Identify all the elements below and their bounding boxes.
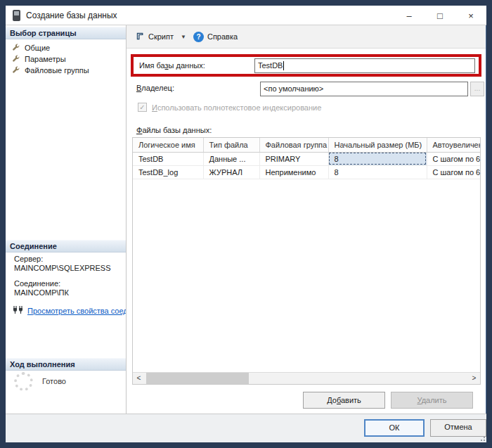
close-button[interactable]: × [455,6,486,25]
col-file-type: Тип файла [203,138,259,152]
files-label: Файлы базы данных: [136,126,212,134]
remove-button: Удалить [391,392,473,409]
scroll-left-icon[interactable]: < [133,373,145,384]
script-icon [136,32,145,42]
toolbar: Скрипт ▼ ? Справка [127,25,486,49]
owner-label: Владелец: [136,84,174,92]
help-button-label: Справка [207,32,238,41]
content-area: Имя базы данных: TestDB Владелец: <по ум… [127,49,486,413]
owner-browse-button[interactable]: ... [470,82,484,96]
horizontal-scrollbar[interactable]: < > [133,372,480,384]
db-name-highlight-box: Имя базы данных: TestDB [131,54,481,77]
cell-logical-name[interactable]: TestDB [133,152,203,165]
db-name-input[interactable]: TestDB [254,58,475,73]
sidebar-item-label: Общие [25,44,50,52]
cell-initial-size-selected[interactable]: 8 [328,152,427,165]
sidebar-item-general[interactable]: Общие [6,42,126,53]
sidebar-item-filegroups[interactable]: Файловые группы [6,65,126,76]
window-title: Создание базы данных [26,11,117,20]
fulltext-checkbox: ✓ [138,103,147,112]
cell-filegroup[interactable]: Неприменимо [259,165,328,179]
connection-plug-icon [13,305,24,316]
owner-input[interactable]: <по умолчанию> [260,82,468,96]
cell-file-type[interactable]: Данные ... [203,152,259,165]
col-autogrowth: Автоувеличен [427,138,481,152]
connection-value: MAINCOMP\ПК [14,288,69,297]
progress-section: Ход выполнения [6,358,126,371]
server-value: MAINCOMP\SQLEXPRESS [14,264,111,272]
resize-grip[interactable] [478,434,485,441]
cell-autogrowth[interactable]: С шагом по 6 [427,165,481,179]
files-grid: Логическое имя Тип файла Файловая группа… [132,137,481,385]
table-row: TestDB_log ЖУРНАЛ Неприменимо 8 С шагом … [133,165,481,179]
progress-spinner-icon [14,372,33,391]
wrench-icon [12,44,20,52]
grid-header-row: Логическое имя Тип файла Файловая группа… [133,138,481,152]
text-cursor [283,61,284,70]
table-row: TestDB Данные ... PRIMARY 8 С шагом по 6 [133,152,481,165]
wrench-icon [12,55,20,63]
script-button-label: Скрипт [148,32,174,41]
maximize-button[interactable]: □ [425,6,455,25]
fulltext-label: Использовать полнотекстовое индексирован… [152,103,321,112]
cell-autogrowth[interactable]: С шагом по 6 [427,152,481,165]
help-button[interactable]: ? Справка [190,28,240,45]
view-connection-properties-link[interactable]: Просмотреть свойства соед [27,307,127,315]
minimize-button[interactable]: – [394,6,425,25]
script-button[interactable]: Скрипт [133,28,176,45]
ok-button[interactable]: ОК [364,419,425,437]
page-selection-section: Выбор страницы Общие Парамет [6,27,126,76]
sidebar-item-label: Параметры [25,55,66,63]
fulltext-row: ✓ Использовать полнотекстовое индексиров… [138,103,321,112]
app-icon [13,10,20,21]
db-name-label: Имя базы данных: [134,61,254,70]
cell-file-type[interactable]: ЖУРНАЛ [203,165,259,179]
titlebar: Создание базы данных – □ × [6,6,486,25]
progress-header: Ход выполнения [6,358,126,371]
scroll-right-icon[interactable]: > [468,373,480,384]
connection-section: Соединение [6,240,126,252]
cell-filegroup[interactable]: PRIMARY [259,152,328,165]
dialog-footer: ОК Отмена [6,414,486,442]
connection-label: Соединение: [14,279,60,288]
server-label: Сервер: [14,255,43,263]
add-button[interactable]: Добавить [303,392,385,409]
progress-status: Готово [42,377,66,385]
sidebar-item-options[interactable]: Параметры [6,53,126,65]
owner-row: Владелец: <по умолчанию> ... [127,82,486,97]
page-selection-header: Выбор страницы [6,27,126,39]
cell-logical-name[interactable]: TestDB_log [133,165,203,179]
create-database-dialog: Создание базы данных – □ × Выбор страниц… [0,0,492,448]
script-dropdown-icon[interactable]: ▼ [176,34,190,40]
col-logical-name: Логическое имя [133,138,203,152]
help-icon: ? [193,32,204,42]
main-panel: Скрипт ▼ ? Справка Имя базы данных: Test… [127,25,486,414]
col-filegroup: Файловая группа [259,138,328,152]
wrench-icon [12,66,20,75]
connection-header: Соединение [6,240,126,252]
cell-initial-size[interactable]: 8 [328,165,427,179]
scrollbar-thumb[interactable] [146,373,249,384]
col-initial-size: Начальный размер (МБ) [328,138,427,152]
sidebar: Выбор страницы Общие Парамет [6,25,127,414]
sidebar-item-label: Файловые группы [25,66,89,75]
